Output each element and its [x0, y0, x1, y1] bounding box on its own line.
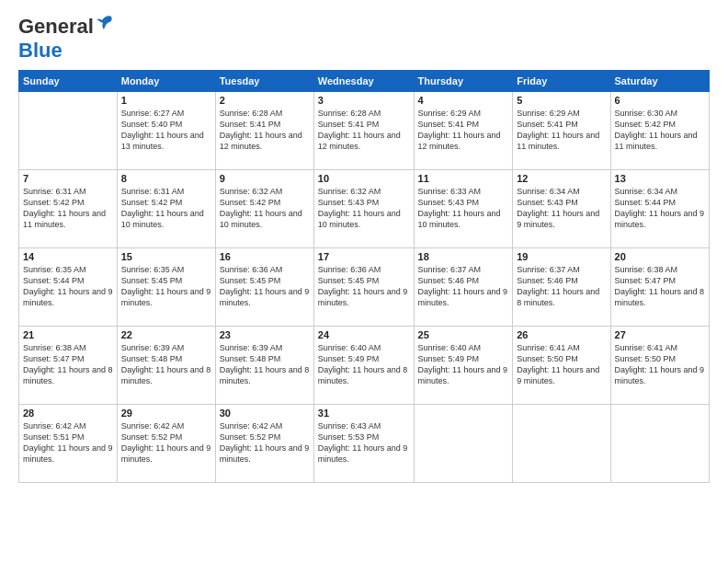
logo-general: General	[18, 15, 94, 39]
cell-date-number: 28	[23, 408, 113, 419]
calendar-cell: 4Sunrise: 6:29 AM Sunset: 5:41 PM Daylig…	[414, 92, 513, 170]
calendar-cell	[19, 92, 118, 170]
cell-date-number: 11	[418, 173, 509, 184]
cell-sun-info: Sunrise: 6:42 AM Sunset: 5:52 PM Dayligh…	[220, 420, 310, 465]
cell-date-number: 3	[318, 95, 410, 106]
cell-date-number: 8	[121, 173, 211, 184]
calendar-cell: 17Sunrise: 6:36 AM Sunset: 5:45 PM Dayli…	[313, 248, 414, 327]
calendar-cell: 30Sunrise: 6:42 AM Sunset: 5:52 PM Dayli…	[215, 405, 313, 483]
cell-sun-info: Sunrise: 6:41 AM Sunset: 5:50 PM Dayligh…	[517, 342, 606, 387]
calendar-cell: 12Sunrise: 6:34 AM Sunset: 5:43 PM Dayli…	[513, 170, 610, 248]
cell-sun-info: Sunrise: 6:31 AM Sunset: 5:42 PM Dayligh…	[121, 186, 211, 231]
cell-sun-info: Sunrise: 6:28 AM Sunset: 5:41 PM Dayligh…	[220, 108, 310, 153]
cell-sun-info: Sunrise: 6:42 AM Sunset: 5:51 PM Dayligh…	[23, 420, 113, 465]
cell-date-number: 20	[615, 251, 705, 262]
calendar-cell: 14Sunrise: 6:35 AM Sunset: 5:44 PM Dayli…	[19, 248, 118, 327]
cell-date-number: 6	[615, 95, 705, 106]
calendar-cell	[414, 405, 513, 483]
page: General Blue SundayMondayTuesdayWednesda…	[0, 0, 728, 563]
cell-date-number: 2	[220, 95, 310, 106]
weekday-header: Monday	[117, 71, 215, 92]
cell-sun-info: Sunrise: 6:39 AM Sunset: 5:48 PM Dayligh…	[121, 342, 211, 387]
calendar-cell: 16Sunrise: 6:36 AM Sunset: 5:45 PM Dayli…	[215, 248, 313, 327]
cell-date-number: 15	[121, 251, 211, 262]
cell-date-number: 22	[121, 329, 211, 340]
calendar-cell: 23Sunrise: 6:39 AM Sunset: 5:48 PM Dayli…	[215, 327, 313, 405]
calendar-cell: 15Sunrise: 6:35 AM Sunset: 5:45 PM Dayli…	[117, 248, 215, 327]
cell-date-number: 26	[517, 329, 606, 340]
calendar-week-row: 28Sunrise: 6:42 AM Sunset: 5:51 PM Dayli…	[19, 405, 710, 483]
cell-sun-info: Sunrise: 6:36 AM Sunset: 5:45 PM Dayligh…	[318, 264, 410, 309]
calendar-week-row: 1Sunrise: 6:27 AM Sunset: 5:40 PM Daylig…	[19, 92, 710, 170]
calendar-cell: 28Sunrise: 6:42 AM Sunset: 5:51 PM Dayli…	[19, 405, 118, 483]
calendar-cell: 31Sunrise: 6:43 AM Sunset: 5:53 PM Dayli…	[313, 405, 414, 483]
cell-date-number: 21	[23, 329, 113, 340]
cell-sun-info: Sunrise: 6:31 AM Sunset: 5:42 PM Dayligh…	[23, 186, 113, 231]
cell-sun-info: Sunrise: 6:34 AM Sunset: 5:43 PM Dayligh…	[517, 186, 606, 231]
cell-sun-info: Sunrise: 6:29 AM Sunset: 5:41 PM Dayligh…	[517, 108, 606, 153]
cell-sun-info: Sunrise: 6:36 AM Sunset: 5:45 PM Dayligh…	[220, 264, 310, 309]
calendar-cell: 18Sunrise: 6:37 AM Sunset: 5:46 PM Dayli…	[414, 248, 513, 327]
header: General Blue	[18, 15, 710, 63]
cell-sun-info: Sunrise: 6:34 AM Sunset: 5:44 PM Dayligh…	[615, 186, 705, 231]
cell-sun-info: Sunrise: 6:38 AM Sunset: 5:47 PM Dayligh…	[615, 264, 705, 309]
weekday-header: Tuesday	[215, 71, 313, 92]
cell-date-number: 16	[220, 251, 310, 262]
calendar-week-row: 7Sunrise: 6:31 AM Sunset: 5:42 PM Daylig…	[19, 170, 710, 248]
cell-sun-info: Sunrise: 6:37 AM Sunset: 5:46 PM Dayligh…	[418, 264, 509, 309]
calendar-cell: 25Sunrise: 6:40 AM Sunset: 5:49 PM Dayli…	[414, 327, 513, 405]
calendar-cell: 10Sunrise: 6:32 AM Sunset: 5:43 PM Dayli…	[313, 170, 414, 248]
cell-sun-info: Sunrise: 6:43 AM Sunset: 5:53 PM Dayligh…	[318, 420, 410, 465]
cell-sun-info: Sunrise: 6:42 AM Sunset: 5:52 PM Dayligh…	[121, 420, 211, 465]
cell-sun-info: Sunrise: 6:29 AM Sunset: 5:41 PM Dayligh…	[418, 108, 509, 153]
calendar-cell: 27Sunrise: 6:41 AM Sunset: 5:50 PM Dayli…	[610, 327, 709, 405]
cell-date-number: 7	[23, 173, 113, 184]
logo-blue: Blue	[18, 39, 63, 62]
cell-date-number: 24	[318, 329, 410, 340]
calendar-cell: 22Sunrise: 6:39 AM Sunset: 5:48 PM Dayli…	[117, 327, 215, 405]
cell-sun-info: Sunrise: 6:27 AM Sunset: 5:40 PM Dayligh…	[121, 108, 211, 153]
cell-date-number: 1	[121, 95, 211, 106]
calendar-cell: 1Sunrise: 6:27 AM Sunset: 5:40 PM Daylig…	[117, 92, 215, 170]
calendar-cell: 19Sunrise: 6:37 AM Sunset: 5:46 PM Dayli…	[513, 248, 610, 327]
calendar-cell: 3Sunrise: 6:28 AM Sunset: 5:41 PM Daylig…	[313, 92, 414, 170]
cell-date-number: 30	[220, 408, 310, 419]
cell-sun-info: Sunrise: 6:39 AM Sunset: 5:48 PM Dayligh…	[220, 342, 310, 387]
cell-sun-info: Sunrise: 6:28 AM Sunset: 5:41 PM Dayligh…	[318, 108, 410, 153]
cell-date-number: 17	[318, 251, 410, 262]
logo: General Blue	[18, 15, 115, 63]
cell-date-number: 27	[615, 329, 705, 340]
cell-sun-info: Sunrise: 6:30 AM Sunset: 5:42 PM Dayligh…	[615, 108, 705, 153]
cell-date-number: 13	[615, 173, 705, 184]
cell-sun-info: Sunrise: 6:37 AM Sunset: 5:46 PM Dayligh…	[517, 264, 606, 309]
weekday-header: Friday	[513, 71, 610, 92]
cell-date-number: 19	[517, 251, 606, 262]
calendar-cell: 7Sunrise: 6:31 AM Sunset: 5:42 PM Daylig…	[19, 170, 118, 248]
cell-date-number: 18	[418, 251, 509, 262]
calendar-cell: 20Sunrise: 6:38 AM Sunset: 5:47 PM Dayli…	[610, 248, 709, 327]
cell-date-number: 14	[23, 251, 113, 262]
cell-sun-info: Sunrise: 6:40 AM Sunset: 5:49 PM Dayligh…	[318, 342, 410, 387]
calendar-cell	[513, 405, 610, 483]
calendar-header-row: SundayMondayTuesdayWednesdayThursdayFrid…	[19, 71, 710, 92]
weekday-header: Saturday	[610, 71, 709, 92]
cell-date-number: 9	[220, 173, 310, 184]
calendar-cell: 8Sunrise: 6:31 AM Sunset: 5:42 PM Daylig…	[117, 170, 215, 248]
cell-date-number: 29	[121, 408, 211, 419]
cell-date-number: 10	[318, 173, 410, 184]
calendar-cell: 9Sunrise: 6:32 AM Sunset: 5:42 PM Daylig…	[215, 170, 313, 248]
cell-date-number: 5	[517, 95, 606, 106]
cell-sun-info: Sunrise: 6:35 AM Sunset: 5:44 PM Dayligh…	[23, 264, 113, 309]
weekday-header: Wednesday	[313, 71, 414, 92]
cell-sun-info: Sunrise: 6:40 AM Sunset: 5:49 PM Dayligh…	[418, 342, 509, 387]
cell-sun-info: Sunrise: 6:41 AM Sunset: 5:50 PM Dayligh…	[615, 342, 705, 387]
calendar-cell: 11Sunrise: 6:33 AM Sunset: 5:43 PM Dayli…	[414, 170, 513, 248]
weekday-header: Sunday	[19, 71, 118, 92]
cell-sun-info: Sunrise: 6:38 AM Sunset: 5:47 PM Dayligh…	[23, 342, 113, 387]
calendar-cell: 24Sunrise: 6:40 AM Sunset: 5:49 PM Dayli…	[313, 327, 414, 405]
cell-date-number: 25	[418, 329, 509, 340]
calendar-cell: 21Sunrise: 6:38 AM Sunset: 5:47 PM Dayli…	[19, 327, 118, 405]
cell-date-number: 31	[318, 408, 410, 419]
calendar-cell	[610, 405, 709, 483]
weekday-header: Thursday	[414, 71, 513, 92]
